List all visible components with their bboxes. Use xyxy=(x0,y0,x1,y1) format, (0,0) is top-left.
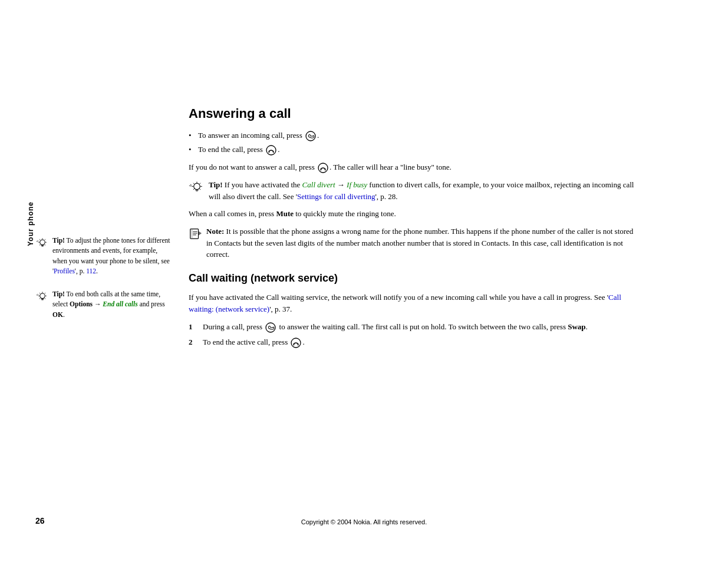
left-tip-2-text: Tip! To end both calls at the same time,… xyxy=(52,289,171,320)
svg-point-13 xyxy=(40,293,45,299)
sidebar-label: Your phone xyxy=(27,201,35,246)
end-icon-2 xyxy=(318,163,328,173)
svg-line-19 xyxy=(39,298,40,299)
section1-title: Answering a call xyxy=(189,106,637,121)
svg-line-8 xyxy=(39,239,40,240)
svg-line-4 xyxy=(45,244,45,245)
swap-word: Swap xyxy=(568,322,585,331)
svg-rect-42 xyxy=(195,190,198,191)
step2-text: To end the active call, press . xyxy=(203,336,305,348)
page-number: 26 xyxy=(35,516,45,525)
profiles-link[interactable]: Profiles xyxy=(54,267,75,275)
svg-rect-23 xyxy=(41,299,43,300)
svg-line-55 xyxy=(298,344,298,345)
note-icon-1 xyxy=(189,227,202,240)
step1-num: 1 xyxy=(189,321,200,333)
svg-line-39 xyxy=(193,189,195,190)
svg-rect-10 xyxy=(41,246,43,246)
svg-line-6 xyxy=(39,244,40,245)
ok-word: OK xyxy=(52,311,63,318)
svg-line-31 xyxy=(321,169,321,170)
note1-text: Note: It is possible that the phone assi… xyxy=(206,226,637,260)
svg-rect-43 xyxy=(196,191,198,191)
svg-line-37 xyxy=(199,189,200,190)
tip2-label: Tip! xyxy=(52,290,65,297)
main-content: Answering a call To answer an incoming c… xyxy=(189,106,637,354)
svg-line-11 xyxy=(37,240,38,242)
svg-rect-22 xyxy=(41,299,44,300)
sidebar: Your phone xyxy=(25,165,37,283)
tip-bulb-icon-1 xyxy=(189,180,205,196)
copyright-text: Copyright © 2004 Nokia. All rights reser… xyxy=(301,518,427,525)
left-tip-2: Tip! To end both calls at the same time,… xyxy=(35,289,171,320)
left-tips-panel: Tip! To adjust the phone tones for diffe… xyxy=(35,236,171,333)
svg-line-45 xyxy=(189,186,192,186)
svg-line-15 xyxy=(45,293,45,293)
call-waiting-link[interactable]: Call waiting: (network service) xyxy=(189,293,621,313)
end-all-calls-link[interactable]: End all calls xyxy=(103,300,137,308)
answer-icon-1 xyxy=(305,131,316,141)
note-label: Note: xyxy=(206,227,224,236)
step2-num: 2 xyxy=(189,336,200,348)
bullets-list: To answer an incoming call, press . To e… xyxy=(189,130,637,156)
section2-title: Call waiting (network service) xyxy=(189,272,637,285)
svg-line-25 xyxy=(37,295,38,296)
end-icon-step2 xyxy=(291,338,301,348)
svg-point-0 xyxy=(40,240,45,245)
bullet-1: To answer an incoming call, press . xyxy=(189,130,637,141)
svg-line-29 xyxy=(273,151,274,153)
profiles-page: 112 xyxy=(86,267,96,275)
bullet-2: To end the call, press . xyxy=(189,144,637,156)
step1-text: During a call, press to answer the waiti… xyxy=(203,321,588,333)
svg-line-32 xyxy=(325,169,325,170)
svg-rect-9 xyxy=(41,245,44,246)
svg-line-44 xyxy=(190,184,192,186)
svg-line-28 xyxy=(269,151,269,153)
svg-line-54 xyxy=(294,344,294,345)
para1: If you do not want to answer a call, pre… xyxy=(189,161,637,173)
svg-line-21 xyxy=(39,293,40,293)
settings-diverting-link[interactable]: Settings for call diverting xyxy=(297,192,375,201)
left-tip-1: Tip! To adjust the phone tones for diffe… xyxy=(35,236,171,276)
section2-para1: If you have activated the Call waiting s… xyxy=(189,292,637,315)
svg-line-41 xyxy=(193,183,195,184)
svg-point-33 xyxy=(194,183,200,190)
tip1-label-main: Tip! xyxy=(209,180,223,189)
answer-icon-step1 xyxy=(265,322,276,333)
tip1-label: Tip! xyxy=(52,237,65,244)
steps-list: 1 During a call, press to answer the wai… xyxy=(189,321,637,348)
svg-line-35 xyxy=(199,183,200,184)
tip-icon-2 xyxy=(35,290,50,304)
step-2: 2 To end the active call, press . xyxy=(189,336,637,348)
call-divert-link[interactable]: Call divert xyxy=(302,180,335,189)
svg-marker-51 xyxy=(199,232,202,236)
svg-line-12 xyxy=(37,242,38,242)
svg-line-17 xyxy=(45,298,45,299)
svg-line-2 xyxy=(45,239,45,240)
if-busy-link[interactable]: If busy xyxy=(347,180,367,189)
note-box-1: Note: It is possible that the phone assi… xyxy=(189,226,637,260)
step-1: 1 During a call, press to answer the wai… xyxy=(189,321,637,333)
tip-box-1: Tip! If you have activated the Call dive… xyxy=(189,179,637,202)
left-tip-1-text: Tip! To adjust the phone tones for diffe… xyxy=(52,236,171,276)
tip1-text: Tip! If you have activated the Call dive… xyxy=(209,179,637,202)
svg-line-24 xyxy=(37,294,38,295)
page: Your phone xyxy=(0,0,728,562)
options-word: Options xyxy=(70,300,93,308)
end-icon-1 xyxy=(266,145,276,156)
svg-rect-47 xyxy=(190,229,193,239)
mute-word: Mute xyxy=(276,209,294,218)
para2: When a call comes in, press Mute to quic… xyxy=(189,208,637,220)
tip-icon-1 xyxy=(35,236,50,250)
